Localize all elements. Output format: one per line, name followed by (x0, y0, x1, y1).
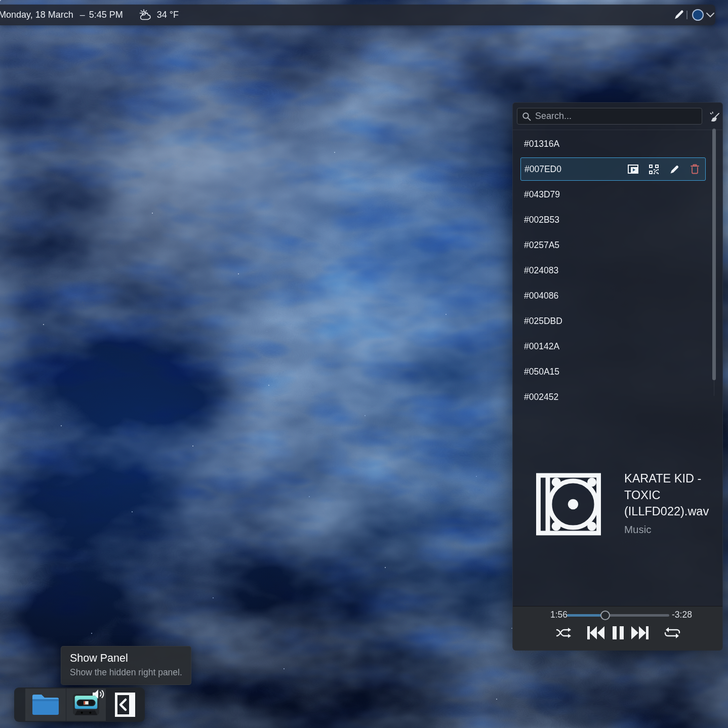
clipboard-item-text: #050A15 (524, 367, 559, 377)
clipboard-item[interactable]: #004086 (513, 283, 722, 308)
pause-icon (613, 626, 624, 639)
date-text: Monday, 18 March (0, 10, 73, 20)
folder-icon (31, 693, 60, 716)
date-time-separator: – (80, 10, 85, 20)
clipboard-item[interactable]: #025DBD (513, 308, 722, 334)
pen-icon (673, 9, 684, 21)
repeat-button[interactable] (664, 625, 681, 640)
popup-header-divider (513, 130, 722, 130)
search-box (517, 108, 702, 125)
weather-widget[interactable]: 34 °F (139, 9, 179, 21)
clipboard-item-text: #00142A (524, 341, 559, 352)
repeat-icon (664, 627, 680, 639)
clipboard-item[interactable]: #00142A (513, 334, 722, 359)
remaining-time: -3:28 (672, 610, 692, 620)
pause-button[interactable] (613, 625, 624, 640)
clock-widget[interactable]: Monday, 18 March – 5:45 PM (0, 10, 123, 20)
pencil-icon (669, 164, 680, 175)
color-picker-button[interactable] (673, 5, 684, 25)
top-panel: Monday, 18 March – 5:45 PM 34 °F (0, 5, 715, 25)
chevron-down-icon (706, 12, 715, 18)
next-track-button[interactable] (631, 625, 649, 640)
seek-fill (567, 614, 605, 617)
color-swatch-button[interactable] (692, 5, 704, 25)
clipboard-item[interactable]: #01316A (513, 131, 722, 156)
taskbar-item-file-manager[interactable] (25, 689, 66, 721)
broom-icon (708, 111, 720, 123)
album-art-placeholder-icon (536, 472, 601, 536)
show-panel-button[interactable] (114, 693, 136, 717)
clipboard-item-text: #004086 (524, 291, 558, 301)
seek-slider[interactable] (567, 608, 669, 623)
taskbar (14, 687, 145, 722)
tooltip-title: Show Panel (70, 652, 182, 665)
clipboard-item-actions (628, 164, 699, 175)
clipboard-item[interactable]: #0257A5 (513, 232, 722, 258)
sun-behind-cloud-icon (139, 9, 152, 21)
seek-handle[interactable] (600, 611, 610, 620)
skip-backward-icon (587, 626, 604, 639)
clipboard-item-text: #0257A5 (524, 240, 559, 251)
clipboard-item-text: #024083 (524, 265, 558, 276)
qr-code-icon (649, 165, 659, 174)
track-title: KARATE KID - TOXIC (ILLFD022).wav (624, 470, 723, 520)
clipboard-history-list: #01316A #007ED0 (513, 131, 722, 400)
time-text: 5:45 PM (89, 10, 123, 20)
clipboard-item[interactable]: #050A15 (513, 359, 722, 384)
show-qr-code-button[interactable] (649, 165, 659, 174)
shuffle-icon (556, 627, 572, 639)
clipboard-item[interactable]: #002B53 (513, 207, 722, 232)
clipboard-item[interactable]: #043D79 (513, 182, 722, 207)
taskbar-item-media-player[interactable] (66, 689, 106, 721)
search-input[interactable] (517, 108, 702, 124)
skip-forward-icon (631, 626, 649, 639)
expand-tray-button[interactable] (706, 5, 715, 25)
clipboard-item-text: #007ED0 (524, 164, 561, 175)
show-panel-icon (115, 693, 135, 717)
elapsed-time: 1:56 (545, 610, 568, 620)
trash-icon (691, 164, 699, 174)
clipboard-item-text: #002452 (524, 392, 558, 400)
temperature-text: 34 °F (157, 10, 179, 20)
clear-history-button[interactable] (708, 111, 720, 123)
invoke-action-icon (628, 165, 638, 174)
show-panel-tooltip: Show Panel Show the hidden right panel. (61, 646, 191, 685)
remove-from-history-button[interactable] (691, 164, 699, 174)
desktop: Monday, 18 March – 5:45 PM 34 °F (0, 0, 728, 728)
scrollbar-thumb[interactable] (712, 129, 716, 380)
clipboard-item-selected[interactable]: #007ED0 (520, 157, 706, 181)
clipboard-item[interactable]: #024083 (513, 258, 722, 283)
invoke-action-button[interactable] (628, 165, 638, 174)
track-subtitle: Music (624, 523, 652, 536)
shuffle-button[interactable] (555, 625, 573, 640)
clipboard-item[interactable]: #002452 (513, 384, 722, 400)
media-player-controls: 1:56 -3:28 (513, 606, 722, 651)
previous-track-button[interactable] (587, 625, 604, 640)
clipboard-item-text: #01316A (524, 139, 559, 149)
edit-contents-button[interactable] (669, 164, 680, 175)
clipboard-popup: #01316A #007ED0 (512, 102, 723, 650)
audio-playing-badge-icon (92, 688, 105, 700)
clipboard-item-text: #002B53 (524, 215, 559, 225)
wallpaper-sparkles (0, 0, 1, 1)
clipboard-item-text: #043D79 (524, 189, 560, 200)
tray-separator (686, 11, 687, 19)
tooltip-subtitle: Show the hidden right panel. (70, 667, 182, 678)
color-swatch (692, 9, 704, 21)
clipboard-item-text: #025DBD (524, 316, 562, 327)
